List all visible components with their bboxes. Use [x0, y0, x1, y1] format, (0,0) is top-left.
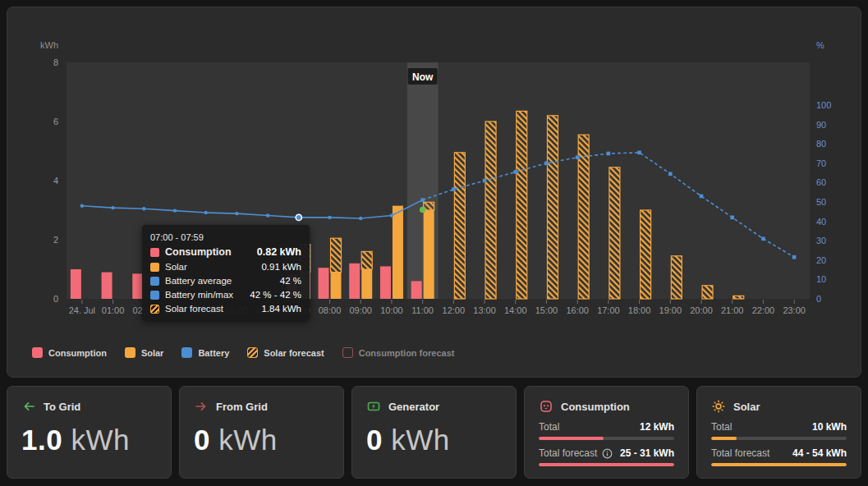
consumption-total-bar — [539, 437, 604, 440]
chart-tooltip: 07:00 - 07:59 Consumption0.82 kWhSolar0.… — [142, 225, 310, 321]
info-icon[interactable] — [602, 448, 613, 459]
from-grid-value: 0 kWh — [194, 424, 329, 456]
tooltip-row: Solar0.91 kWh — [150, 262, 301, 272]
battery-swatch — [150, 277, 159, 286]
energy-dashboard: kWh02468%010203040506070809010024. Jul01… — [0, 0, 868, 486]
legend-item-consumption-forecast[interactable]: Consumption forecast — [342, 347, 455, 358]
tooltip-time-range: 07:00 - 07:59 — [150, 232, 301, 242]
card-title: Consumption — [561, 401, 630, 413]
generator-value: 0 kWh — [366, 424, 502, 456]
now-label: Now — [408, 68, 438, 85]
legend-item-battery[interactable]: Battery — [181, 347, 229, 358]
svg-text:23:00: 23:00 — [783, 305, 806, 315]
consumption-forecast-swatch — [342, 347, 353, 358]
energy-chart-panel[interactable]: kWh02468%010203040506070809010024. Jul01… — [7, 7, 861, 378]
tooltip-rows: Consumption0.82 kWhSolar0.91 kWhBattery … — [150, 246, 301, 314]
svg-text:100: 100 — [816, 100, 831, 110]
svg-text:0: 0 — [816, 294, 821, 304]
battery-swatch — [181, 347, 192, 358]
consumption-total-row: Total 12 kWh — [539, 421, 674, 440]
svg-text:21:00: 21:00 — [721, 305, 744, 315]
card-title: From Grid — [216, 401, 268, 413]
card-title: Solar — [733, 401, 760, 413]
svg-text:19:00: 19:00 — [659, 305, 682, 315]
svg-text:08:00: 08:00 — [319, 305, 342, 315]
svg-text:24. Jul: 24. Jul — [69, 305, 95, 315]
card-consumption: Consumption Total 12 kWh Total forecast … — [524, 386, 689, 479]
solar-swatch — [125, 347, 135, 358]
tooltip-row: Battery min/max42 % - 42 % — [150, 290, 301, 300]
svg-text:18:00: 18:00 — [628, 305, 651, 315]
y-axis-right: %0102030405060708090100 — [816, 40, 831, 304]
legend-item-solar[interactable]: Solar — [125, 347, 164, 358]
battery-swatch — [150, 291, 159, 300]
tooltip-row: Consumption0.82 kWh — [150, 246, 301, 258]
to-grid-value: 1.0 kWh — [21, 424, 157, 456]
solar-total-bar — [711, 437, 737, 440]
solar-forecast-swatch — [247, 347, 258, 358]
svg-text:20: 20 — [816, 255, 826, 265]
svg-text:13:00: 13:00 — [473, 305, 496, 315]
solar-forecast-swatch — [150, 305, 159, 314]
chart-legend: ConsumptionSolarBatterySolar forecastCon… — [32, 347, 454, 358]
svg-text:Now: Now — [412, 71, 434, 83]
card-solar: Solar Total 10 kWh Total forecast 44 - 5… — [696, 386, 861, 479]
svg-text:12:00: 12:00 — [443, 305, 466, 315]
solar-forecast-row: Total forecast 44 - 54 kWh — [711, 447, 847, 466]
consumption-swatch — [150, 248, 159, 257]
card-title: To Grid — [44, 401, 80, 413]
consumption-swatch — [32, 347, 43, 358]
card-title: Generator — [388, 401, 439, 413]
svg-text:15:00: 15:00 — [535, 305, 558, 315]
svg-text:6: 6 — [53, 117, 58, 126]
svg-text:14:00: 14:00 — [504, 305, 527, 315]
solar-total-row: Total 10 kWh — [711, 421, 847, 440]
legend-item-consumption[interactable]: Consumption — [32, 347, 107, 358]
svg-text:4: 4 — [53, 176, 58, 186]
summary-cards: To Grid 1.0 kWh From Grid 0 kWh — [7, 386, 861, 479]
solar-forecast-bar — [711, 463, 847, 466]
generator-icon — [366, 399, 381, 414]
arrow-right-icon — [194, 399, 209, 414]
svg-text:50: 50 — [816, 197, 826, 207]
tooltip-row: Solar forecast1.84 kWh — [150, 304, 301, 314]
svg-text:22:00: 22:00 — [752, 305, 775, 315]
svg-text:10:00: 10:00 — [380, 305, 403, 315]
y-axis-left: kWh02468 — [40, 40, 58, 304]
card-generator: Generator 0 kWh — [351, 386, 517, 479]
svg-text:8: 8 — [53, 57, 58, 67]
svg-text:16:00: 16:00 — [566, 305, 589, 315]
energy-chart-svg[interactable]: kWh02468%010203040506070809010024. Jul01… — [7, 7, 861, 377]
legend-item-solar-forecast[interactable]: Solar forecast — [247, 347, 324, 358]
svg-text:10: 10 — [816, 274, 826, 284]
sun-icon — [711, 399, 726, 414]
outlet-icon — [539, 399, 553, 414]
svg-text:09:00: 09:00 — [349, 305, 372, 315]
solar-swatch — [150, 263, 159, 272]
svg-text:2: 2 — [53, 235, 58, 245]
svg-text:11:00: 11:00 — [411, 305, 434, 315]
svg-text:kWh: kWh — [40, 40, 58, 50]
consumption-forecast-row: Total forecast 25 - 31 kWh — [539, 447, 674, 466]
svg-text:%: % — [816, 40, 824, 50]
card-from-grid: From Grid 0 kWh — [179, 386, 344, 479]
svg-text:0: 0 — [53, 294, 58, 304]
arrow-left-icon — [21, 399, 36, 414]
tooltip-row: Battery average42 % — [150, 276, 301, 286]
card-to-grid: To Grid 1.0 kWh — [7, 386, 172, 479]
svg-text:01:00: 01:00 — [102, 305, 125, 315]
svg-text:70: 70 — [816, 158, 826, 168]
svg-text:40: 40 — [816, 217, 826, 227]
svg-text:17:00: 17:00 — [597, 305, 620, 315]
svg-text:80: 80 — [816, 139, 826, 149]
svg-text:20:00: 20:00 — [690, 305, 713, 315]
consumption-forecast-bar — [539, 463, 674, 466]
now-battery-dot — [420, 207, 425, 213]
svg-text:60: 60 — [816, 177, 826, 187]
svg-text:30: 30 — [816, 236, 826, 245]
svg-text:90: 90 — [816, 120, 826, 130]
